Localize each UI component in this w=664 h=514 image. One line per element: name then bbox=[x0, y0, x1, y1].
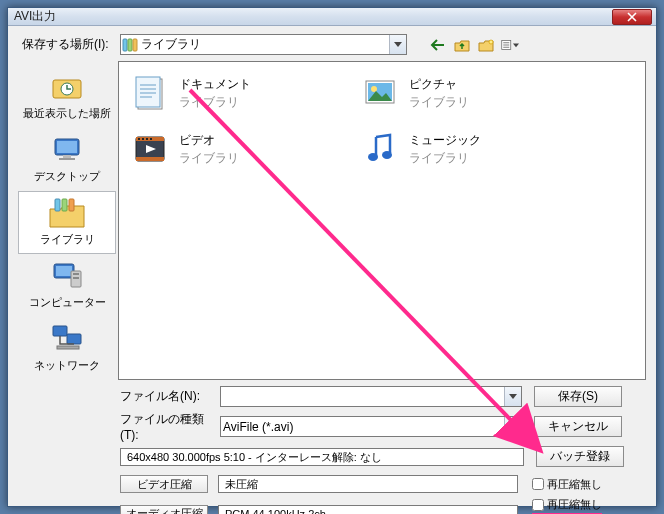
filetype-label: ファイルの種類(T): bbox=[120, 411, 220, 442]
place-desktop[interactable]: デスクトップ bbox=[18, 128, 116, 191]
dialog-window: AVI出力 保存する場所(I): ライブラリ bbox=[7, 7, 657, 507]
recent-places-icon bbox=[47, 70, 87, 104]
places-bar: 最近表示した場所 デスクトップ ライブラリ コンピューター ネットワーク bbox=[18, 61, 116, 380]
svg-rect-14 bbox=[55, 199, 60, 211]
documents-icon bbox=[129, 72, 171, 114]
view-menu-icon[interactable] bbox=[501, 36, 519, 54]
library-music[interactable]: ミュージックライブラリ bbox=[359, 128, 589, 184]
batch-button[interactable]: バッチ登録 bbox=[536, 446, 624, 467]
filename-label: ファイル名(N): bbox=[120, 388, 220, 405]
place-libraries[interactable]: ライブラリ bbox=[18, 191, 116, 254]
no-recompress-audio-check[interactable]: 再圧縮無し bbox=[532, 497, 602, 512]
svg-rect-26 bbox=[136, 77, 160, 107]
cancel-button[interactable]: キャンセル bbox=[534, 416, 622, 437]
svg-rect-1 bbox=[128, 39, 132, 51]
svg-rect-13 bbox=[59, 158, 75, 160]
svg-rect-40 bbox=[150, 138, 152, 140]
location-value: ライブラリ bbox=[139, 36, 389, 53]
no-recompress-video-check[interactable]: 再圧縮無し bbox=[532, 477, 602, 492]
window-title: AVI出力 bbox=[14, 8, 612, 25]
location-combo[interactable]: ライブラリ bbox=[120, 34, 407, 55]
libraries-place-icon bbox=[47, 196, 87, 230]
svg-rect-38 bbox=[142, 138, 144, 140]
chevron-down-icon[interactable] bbox=[504, 387, 521, 406]
svg-rect-21 bbox=[73, 277, 79, 279]
up-folder-icon[interactable] bbox=[453, 36, 471, 54]
svg-rect-0 bbox=[123, 39, 127, 51]
close-button[interactable] bbox=[612, 9, 652, 25]
file-list[interactable]: ドキュメントライブラリ ピクチャライブラリ ビデオライブラリ ミュージックライブ… bbox=[118, 61, 646, 380]
video-info: 640x480 30.000fps 5:10 - インターレース解除: なし bbox=[120, 448, 524, 466]
library-documents[interactable]: ドキュメントライブラリ bbox=[129, 72, 359, 128]
new-folder-icon[interactable] bbox=[477, 36, 495, 54]
video-compression-button[interactable]: ビデオ圧縮 bbox=[120, 475, 208, 493]
svg-rect-20 bbox=[73, 273, 79, 275]
filetype-combo[interactable]: AviFile (*.avi) bbox=[220, 416, 522, 437]
svg-rect-2 bbox=[133, 39, 137, 51]
video-codec: 未圧縮 bbox=[218, 475, 518, 493]
svg-point-33 bbox=[371, 86, 377, 92]
svg-rect-24 bbox=[57, 346, 79, 349]
svg-rect-12 bbox=[63, 155, 71, 158]
close-icon bbox=[627, 12, 637, 22]
svg-rect-11 bbox=[57, 141, 77, 153]
location-label: 保存する場所(I): bbox=[18, 36, 116, 53]
audio-compression-button[interactable]: オーディオ圧縮 bbox=[120, 505, 208, 515]
titlebar: AVI出力 bbox=[8, 8, 656, 26]
place-recent[interactable]: 最近表示した場所 bbox=[18, 65, 116, 128]
library-pictures[interactable]: ピクチャライブラリ bbox=[359, 72, 589, 128]
network-icon bbox=[47, 322, 87, 356]
place-network[interactable]: ネットワーク bbox=[18, 317, 116, 380]
place-computer[interactable]: コンピューター bbox=[18, 254, 116, 317]
computer-icon bbox=[47, 259, 87, 293]
svg-rect-22 bbox=[53, 326, 67, 336]
chevron-down-icon[interactable] bbox=[504, 417, 521, 436]
svg-rect-16 bbox=[69, 199, 74, 211]
pictures-icon bbox=[359, 72, 401, 114]
chevron-down-icon[interactable] bbox=[389, 35, 406, 54]
music-icon bbox=[359, 128, 401, 170]
svg-point-43 bbox=[382, 151, 392, 159]
library-videos[interactable]: ビデオライブラリ bbox=[129, 128, 359, 184]
back-icon[interactable] bbox=[429, 36, 447, 54]
svg-rect-23 bbox=[67, 334, 81, 344]
svg-point-3 bbox=[489, 40, 493, 44]
filename-input[interactable] bbox=[220, 386, 522, 407]
svg-rect-39 bbox=[146, 138, 148, 140]
svg-rect-15 bbox=[62, 199, 67, 211]
svg-rect-37 bbox=[138, 138, 140, 140]
libraries-icon bbox=[121, 38, 139, 52]
svg-rect-18 bbox=[56, 266, 72, 276]
save-button[interactable]: 保存(S) bbox=[534, 386, 622, 407]
audio-codec: PCM 44.100kHz 2ch bbox=[218, 505, 518, 515]
desktop-icon bbox=[47, 133, 87, 167]
svg-rect-36 bbox=[136, 157, 164, 161]
videos-icon bbox=[129, 128, 171, 170]
